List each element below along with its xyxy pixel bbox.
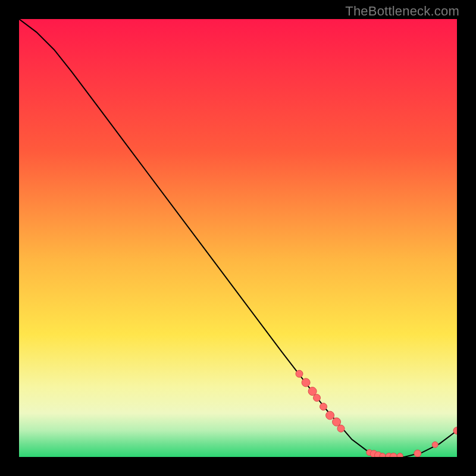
marker-dot [333,418,341,426]
marker-dot [380,453,386,458]
chart-svg [19,19,457,457]
marker-dot [397,453,403,458]
watermark-label: TheBottleneck.com [345,4,459,19]
marker-dot [308,387,317,396]
marker-dot [302,378,310,387]
gradient-background [19,19,457,457]
marker-dot [337,425,345,432]
marker-dot [320,403,327,410]
marker-dot [314,394,321,402]
marker-dot [296,370,303,377]
marker-dot [414,450,421,457]
chart-plot [19,19,457,457]
marker-dot [432,441,438,447]
marker-dot [326,411,334,419]
